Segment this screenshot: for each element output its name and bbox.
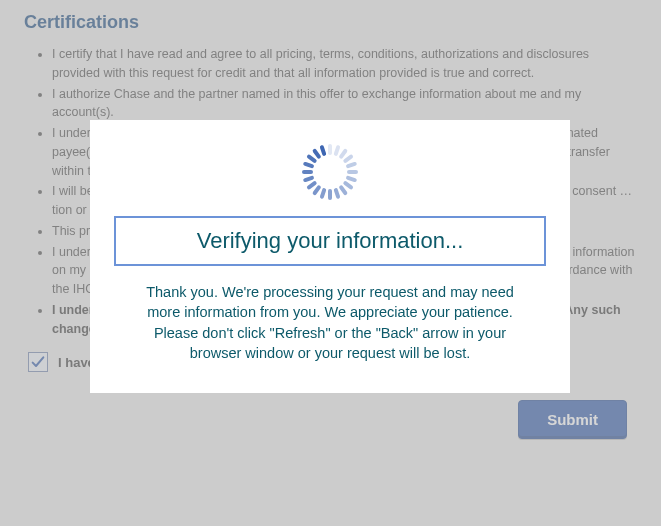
modal-heading: Verifying your information... (124, 228, 536, 254)
modal-body: Thank you. We're processing your request… (114, 282, 546, 363)
verifying-modal: Verifying your information... Thank you.… (90, 120, 570, 393)
modal-heading-box: Verifying your information... (114, 216, 546, 266)
loading-spinner-icon (302, 144, 358, 200)
